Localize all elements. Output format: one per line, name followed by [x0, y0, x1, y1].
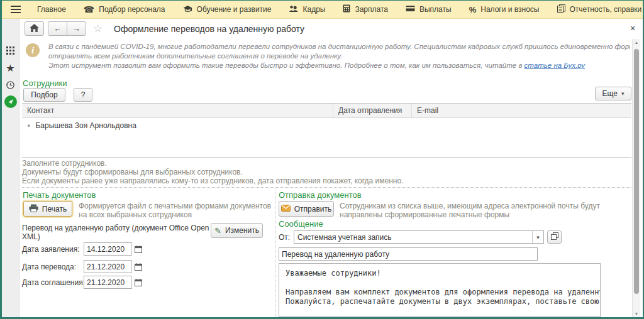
home-icon: [30, 24, 39, 34]
banner-line-2: отправлять всем работникам дополнительны…: [48, 52, 630, 60]
send-section-heading: Отправка документов: [279, 190, 362, 200]
column-contact[interactable]: Контакт: [22, 104, 333, 117]
from-field[interactable]: Системная учетная запись ▾: [294, 230, 544, 244]
contact-name: Барышева Зоя Арнольдовна: [35, 121, 136, 130]
users-icon: [289, 5, 298, 14]
calendar-icon[interactable]: [131, 242, 145, 256]
print-template-label: Перевод на удаленную работу (документ Of…: [22, 224, 209, 241]
pencil-icon: ✎: [214, 226, 221, 235]
print-caption: Формируется файл с печатными формами док…: [79, 202, 275, 219]
favorite-star-icon[interactable]: ☆: [93, 22, 103, 35]
message-heading: Сообщение: [279, 219, 323, 229]
scroll-down-icon[interactable]: ▼: [633, 311, 640, 316]
history-icon[interactable]: [2, 77, 19, 92]
transfer-date-label: Дата перевода:: [22, 262, 76, 271]
scrollbar-thumb[interactable]: [634, 49, 639, 294]
pick-employees-button[interactable]: Подбор: [23, 88, 65, 102]
forward-button[interactable]: →: [67, 21, 86, 36]
print-section-heading: Печать документов: [23, 190, 96, 200]
table-row[interactable]: ● Барышева Зоя Арнольдовна: [22, 118, 631, 132]
vertical-scrollbar[interactable]: ▲ ▼: [632, 39, 640, 317]
column-sent-date[interactable]: Дата отправления: [333, 104, 411, 117]
agreement-date-field[interactable]: [84, 276, 145, 289]
employees-table[interactable]: Контакт Дата отправления E-mail ● Барыше…: [22, 103, 631, 158]
phone-icon: ☎: [84, 5, 94, 14]
menu-item-training[interactable]: Обучение и развитие: [174, 1, 280, 18]
percent-icon: %: [469, 6, 477, 14]
nav-buttons: ← →: [48, 21, 86, 36]
edit-template-button[interactable]: ✎ Изменить: [211, 223, 263, 238]
hint-line: Если документы ранее уже направлялись ко…: [22, 176, 403, 185]
menu-item-payments[interactable]: Выплаты: [397, 1, 460, 18]
send-button[interactable]: Отправить: [279, 201, 334, 217]
menu-item-hr[interactable]: Кадры: [280, 1, 334, 18]
left-toolbar: ★: [2, 19, 19, 317]
banner-line-1: В связи с пандемией COVID-19, многие раб…: [48, 43, 630, 50]
column-divider: [275, 187, 275, 317]
app-window: Главное ☎ Подбор персонала Обучение и ра…: [0, 0, 644, 319]
form-area: ← → ☆ Оформление переводов на удаленную …: [19, 19, 643, 317]
home-button[interactable]: [25, 21, 44, 36]
page-title: Оформление переводов на удаленную работу: [114, 24, 304, 34]
transfer-date-field[interactable]: [84, 260, 145, 273]
bukh-ru-link[interactable]: статье на Бух.ру: [525, 62, 585, 69]
menu-item-salary[interactable]: Зарплата: [334, 1, 397, 18]
agreement-date-label: Дата соглашения:: [22, 278, 85, 287]
banner-line-3: Этот иструмент позволит вам оформить так…: [48, 62, 630, 69]
chevron-down-icon: ▾: [621, 90, 625, 97]
favorites-star-icon[interactable]: ★: [2, 60, 19, 75]
calendar-icon[interactable]: [131, 276, 145, 289]
report-icon: [557, 4, 565, 14]
calendar-icon[interactable]: [131, 260, 145, 273]
menu-item-taxes[interactable]: % Налоги и взносы: [460, 1, 548, 18]
info-icon: i: [26, 43, 40, 57]
from-label: От:: [279, 233, 290, 242]
open-icon: [551, 232, 558, 242]
hint-line: Документы будут сформированы для выбранн…: [22, 168, 243, 176]
print-button[interactable]: Печать: [23, 201, 72, 217]
printer-icon: [29, 204, 38, 214]
top-menu-bar: Главное ☎ Подбор персонала Обучение и ра…: [2, 1, 643, 19]
contact-bullet-icon: ●: [27, 122, 30, 129]
window-border-top: [0, 0, 644, 1]
chevron-down-icon[interactable]: ▾: [532, 231, 543, 243]
send-caption: Сотрудникам из списка выше, имеющим адре…: [340, 202, 630, 219]
subject-input[interactable]: [279, 247, 538, 261]
hint-line: Заполните сотрудников.: [22, 159, 107, 168]
hamburger-icon[interactable]: [2, 1, 28, 18]
menu-item-recruiting[interactable]: ☎ Подбор персонала: [75, 1, 174, 18]
employees-heading: Сотрудники: [23, 78, 67, 88]
menu-item-main[interactable]: Главное: [28, 1, 75, 18]
calculator-icon: [343, 4, 350, 14]
message-body-editor[interactable]: Уважаемые сотрудники! Направляем вам ком…: [279, 263, 601, 317]
close-icon[interactable]: ×: [627, 23, 638, 35]
application-date-label: Дата заявления:: [22, 245, 80, 254]
card-icon: [406, 5, 415, 14]
column-email[interactable]: E-mail: [411, 104, 631, 117]
open-account-button[interactable]: [547, 230, 562, 244]
scroll-up-icon[interactable]: ▲: [633, 40, 640, 45]
from-value: Системная учетная запись: [297, 233, 392, 242]
apps-grid-icon[interactable]: [2, 43, 19, 58]
back-button[interactable]: ←: [48, 21, 67, 36]
more-button[interactable]: Еще ▾: [595, 87, 631, 100]
application-date-field[interactable]: [84, 242, 145, 256]
envelope-icon: [281, 205, 291, 214]
help-button[interactable]: ?: [74, 88, 92, 102]
table-header: Контакт Дата отправления E-mail: [22, 104, 631, 118]
menu-item-reports[interactable]: Отчетность, справки: [548, 1, 643, 18]
graduation-cap-icon: [183, 5, 192, 14]
window-border-left: [0, 0, 2, 319]
section-divider: [22, 187, 631, 188]
discussions-icon[interactable]: [2, 94, 19, 109]
